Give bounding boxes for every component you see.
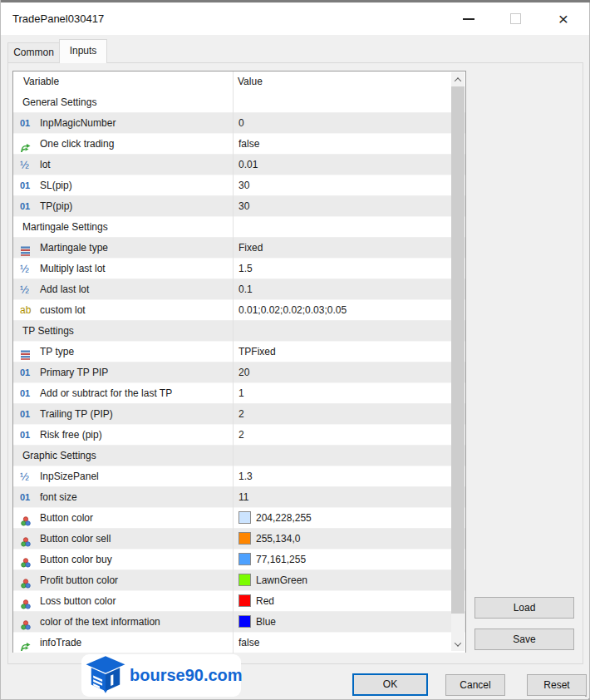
- value-cell[interactable]: Red: [233, 591, 452, 612]
- table-row[interactable]: 01 ½ ab Multiply last lot 1.5: [13, 259, 465, 279]
- value-cell[interactable]: false: [233, 134, 452, 155]
- table-row[interactable]: 01 ½ ab lot 0.01: [13, 155, 465, 175]
- value-cell[interactable]: 0.01;0.02;0.02;0.03;0.05: [233, 300, 452, 321]
- value-cell[interactable]: 1.3: [233, 466, 452, 487]
- value-cell[interactable]: 2: [233, 425, 452, 446]
- value-cell[interactable]: Blue: [233, 612, 452, 633]
- column-divider[interactable]: [233, 71, 234, 92]
- chevron-down-icon: [455, 639, 461, 646]
- value-cell[interactable]: TPFixed: [233, 342, 452, 362]
- value-cell[interactable]: 0.1: [233, 279, 452, 300]
- resize-grip[interactable]: [585, 695, 587, 697]
- int-icon: 01: [20, 404, 35, 425]
- variable-name: Loss button color: [40, 591, 116, 612]
- variable-name: lot: [40, 155, 51, 175]
- variable-value: 0.01: [238, 159, 258, 170]
- value-cell[interactable]: Fixed: [233, 238, 452, 259]
- variable-cell: 01 ½ ab TP type: [13, 342, 233, 362]
- table-row[interactable]: 01 ½ ab infoTrade false: [13, 633, 465, 653]
- reset-button[interactable]: Reset: [527, 674, 587, 696]
- variable-value: 2: [238, 429, 244, 441]
- column-header-variable: Variable: [23, 71, 59, 92]
- value-cell[interactable]: 2: [233, 404, 452, 425]
- variable-name: infoTrade: [40, 633, 81, 653]
- variable-cell: 01 ½ ab Primary TP PIP: [13, 362, 233, 383]
- scrollbar[interactable]: [451, 72, 465, 651]
- variable-value: LawnGreen: [256, 574, 307, 586]
- close-button[interactable]: ×: [544, 2, 583, 35]
- value-cell[interactable]: [233, 217, 452, 238]
- value-cell[interactable]: [233, 92, 452, 113]
- table-row[interactable]: 01 ½ ab TP(pip) 30: [13, 196, 465, 217]
- value-cell[interactable]: 77,161,255: [233, 550, 452, 570]
- value-cell[interactable]: [233, 321, 452, 342]
- chevron-up-icon: [455, 77, 461, 84]
- variable-cell: 01 ½ ab Button color buy: [13, 550, 233, 570]
- table-row[interactable]: 01 ½ ab Button color sell 255,134,0: [13, 529, 465, 550]
- column-header-value: Value: [238, 71, 263, 92]
- table-row[interactable]: 01 ½ ab One click trading false: [13, 134, 465, 155]
- save-button[interactable]: Save: [474, 629, 574, 650]
- section-row: 01 ½ ab TP Settings: [13, 321, 465, 342]
- table-row[interactable]: 01 ½ ab Add last lot 0.1: [13, 279, 465, 300]
- tab-common[interactable]: Common: [7, 42, 60, 63]
- value-cell[interactable]: 1.5: [233, 259, 452, 279]
- section-row: 01 ½ ab Graphic Settings: [13, 446, 465, 466]
- variable-name: Multiply last lot: [40, 259, 106, 279]
- value-cell[interactable]: LawnGreen: [233, 570, 452, 591]
- variable-name: SL(pip): [40, 175, 72, 196]
- variable-cell: 01 ½ ab SL(pip): [13, 175, 233, 196]
- variable-name: Risk free (pip): [40, 425, 102, 446]
- table-row[interactable]: 01 ½ ab Risk free (pip) 2: [13, 425, 465, 446]
- table-row[interactable]: 01 ½ ab custom lot 0.01;0.02;0.02;0.03;0…: [13, 300, 465, 321]
- value-cell[interactable]: 11: [233, 487, 452, 508]
- table-row[interactable]: 01 ½ ab Add or subtract for the last TP …: [13, 383, 465, 404]
- table-row[interactable]: 01 ½ ab SL(pip) 30: [13, 175, 465, 196]
- scroll-up-button[interactable]: [451, 72, 465, 86]
- table-row[interactable]: 01 ½ ab Primary TP PIP 20: [13, 362, 465, 383]
- close-icon: ×: [558, 10, 568, 27]
- variable-name: TP Settings: [22, 321, 74, 342]
- variable-name: Primary TP PIP: [40, 362, 108, 383]
- variable-name: Martingale type: [40, 238, 108, 259]
- maximize-button: [496, 2, 534, 35]
- int-icon: 01: [20, 425, 35, 446]
- ok-button[interactable]: OK: [352, 673, 428, 696]
- bool-icon: [20, 633, 35, 653]
- table-row[interactable]: 01 ½ ab Button color 204,228,255: [13, 508, 465, 529]
- value-cell[interactable]: 1: [233, 383, 452, 404]
- value-cell[interactable]: [233, 446, 452, 466]
- value-cell[interactable]: false: [233, 633, 452, 653]
- value-cell[interactable]: 0: [233, 113, 452, 134]
- variable-cell: 01 ½ ab custom lot: [13, 300, 233, 321]
- int-icon: 01: [20, 362, 35, 383]
- value-cell[interactable]: 255,134,0: [233, 529, 452, 550]
- table-row[interactable]: 01 ½ ab TP type TPFixed: [13, 342, 465, 362]
- table-row[interactable]: 01 ½ ab Martingale type Fixed: [13, 238, 465, 259]
- color-icon: [20, 529, 35, 550]
- variable-name: Button color: [40, 508, 93, 529]
- table-row[interactable]: 01 ½ ab InpMagicNumber 0: [13, 113, 465, 134]
- table-row[interactable]: 01 ½ ab Profit button color LawnGreen: [13, 570, 465, 591]
- load-button[interactable]: Load: [474, 597, 574, 619]
- table-row[interactable]: 01 ½ ab InpSizePanel 1.3: [13, 466, 465, 487]
- minimize-button[interactable]: [450, 2, 488, 35]
- cancel-button[interactable]: Cancel: [445, 674, 505, 696]
- tab-inputs[interactable]: Inputs: [59, 39, 107, 63]
- scrollbar-thumb[interactable]: [451, 86, 465, 614]
- value-cell[interactable]: 204,228,255: [233, 508, 452, 529]
- value-cell[interactable]: 30: [233, 175, 452, 196]
- table-row[interactable]: 01 ½ ab Trailing TP (PIP) 2: [13, 404, 465, 425]
- table-row[interactable]: 01 ½ ab Loss button color Red: [13, 591, 465, 612]
- logo-text: bourse90.com: [130, 666, 243, 685]
- table-row[interactable]: 01 ½ ab color of the text information Bl…: [13, 612, 465, 633]
- scroll-down-button[interactable]: [451, 637, 465, 651]
- table-row[interactable]: 01 ½ ab Button color buy 77,161,255: [13, 550, 465, 570]
- window-title: TradePanel030417: [12, 2, 104, 35]
- value-cell[interactable]: 20: [233, 362, 452, 383]
- table-row[interactable]: 01 ½ ab font size 11: [13, 487, 465, 508]
- value-cell[interactable]: 30: [233, 196, 452, 217]
- value-cell[interactable]: 0.01: [233, 155, 452, 175]
- variable-name: Martingale Settings: [22, 217, 108, 238]
- params-table: Variable Value 01 ½ ab General Settings …: [12, 71, 466, 653]
